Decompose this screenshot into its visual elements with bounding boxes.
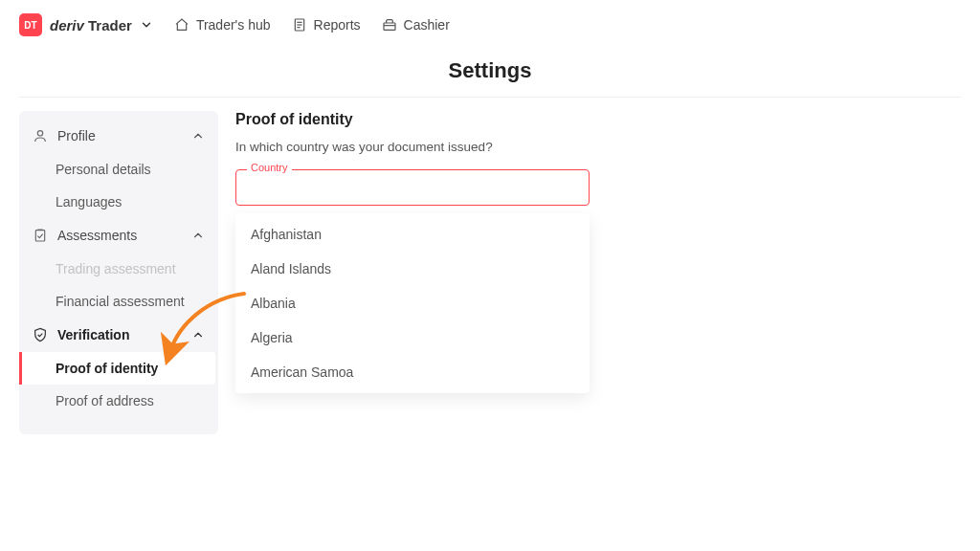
top-nav: DT deriv Trader Trader's hub Reports Cas… — [0, 0, 980, 51]
chevron-up-icon — [191, 328, 205, 342]
country-input[interactable] — [235, 169, 590, 206]
nav-label: Reports — [314, 17, 361, 33]
sidebar-section-profile[interactable]: Profile — [19, 119, 218, 153]
dropdown-item[interactable]: American Samoa — [235, 355, 590, 389]
sidebar-item-languages[interactable]: Languages — [19, 186, 218, 218]
dropdown-item[interactable]: Aland Islands — [235, 252, 590, 286]
country-field: Country — [235, 169, 590, 206]
brand-badge: DT — [19, 13, 42, 36]
chevron-up-icon — [191, 229, 205, 242]
shield-icon — [33, 327, 48, 342]
sidebar-item-personal-details[interactable]: Personal details — [19, 153, 218, 186]
sidebar-section-label: Profile — [57, 128, 96, 143]
sidebar-section-label: Verification — [57, 327, 129, 342]
sidebar-section-assessments[interactable]: Assessments — [19, 218, 218, 253]
sidebar-item-proof-of-address[interactable]: Proof of address — [19, 385, 218, 417]
svg-point-6 — [37, 131, 42, 136]
page-title: Settings — [449, 58, 532, 83]
sidebar-item-financial-assessment[interactable]: Financial assessment — [19, 285, 218, 318]
brand-switcher[interactable]: DT deriv Trader — [19, 13, 153, 36]
clipboard-check-icon — [33, 228, 48, 243]
content-area: Profile Personal details Languages Asses… — [0, 98, 980, 448]
sidebar-section-label: Assessments — [57, 228, 137, 243]
document-icon — [292, 17, 307, 33]
dropdown-item[interactable]: Afghanistan — [235, 217, 590, 252]
nav-label: Trader's hub — [196, 17, 271, 33]
dropdown-item[interactable]: Albania — [235, 286, 590, 320]
page-title-row: Settings — [19, 51, 961, 98]
nav-traders-hub[interactable]: Trader's hub — [174, 17, 271, 33]
svg-rect-4 — [384, 23, 395, 30]
nav-label: Cashier — [404, 17, 450, 33]
cashier-icon — [382, 17, 397, 33]
dropdown-item[interactable]: Algeria — [235, 320, 590, 355]
main-question: In which country was your document issue… — [235, 140, 590, 154]
main-heading: Proof of identity — [235, 111, 590, 128]
sidebar-section-verification[interactable]: Verification — [19, 318, 218, 352]
field-label: Country — [247, 162, 292, 173]
country-dropdown: Afghanistan Aland Islands Albania Algeri… — [235, 213, 590, 393]
home-icon — [174, 17, 189, 33]
nav-cashier[interactable]: Cashier — [382, 17, 450, 33]
nav-reports[interactable]: Reports — [292, 17, 361, 33]
svg-rect-7 — [35, 231, 44, 241]
chevron-up-icon — [191, 129, 205, 143]
user-icon — [33, 128, 48, 143]
sidebar-item-proof-of-identity[interactable]: Proof of identity — [19, 352, 215, 385]
main-panel: Proof of identity In which country was y… — [235, 111, 590, 434]
chevron-down-icon — [140, 18, 153, 32]
sidebar-item-trading-assessment: Trading assessment — [19, 253, 218, 285]
brand-name: deriv Trader — [50, 17, 132, 33]
settings-sidebar: Profile Personal details Languages Asses… — [19, 111, 218, 434]
